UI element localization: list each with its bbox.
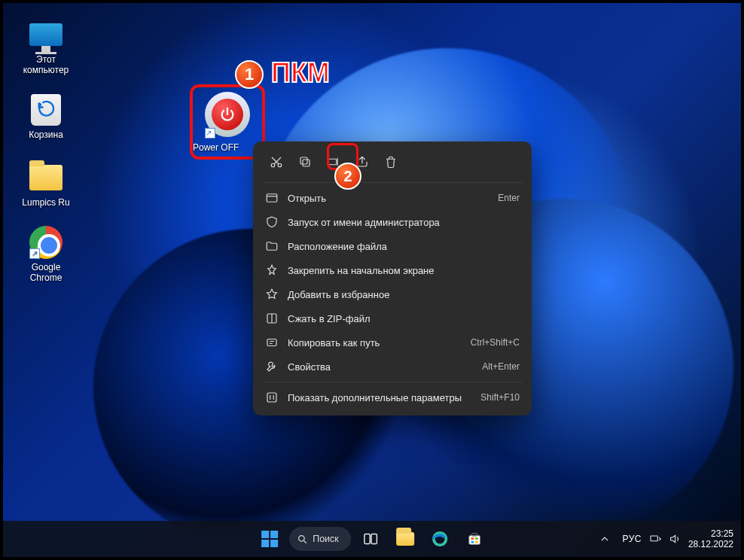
cut-button[interactable] bbox=[264, 151, 289, 173]
clock-date: 28.12.2022 bbox=[688, 539, 733, 549]
desktop-label: Power OFF bbox=[193, 142, 239, 153]
taskbar-app-edge[interactable] bbox=[425, 524, 455, 554]
svg-rect-11 bbox=[371, 534, 377, 544]
taskview-button[interactable] bbox=[355, 524, 386, 554]
svg-rect-18 bbox=[475, 541, 478, 543]
recycle-bin-icon bbox=[31, 94, 61, 126]
menu-label: Запуск от имени администратора bbox=[288, 217, 520, 228]
taskbar-app-explorer[interactable] bbox=[390, 524, 420, 554]
shortcut-arrow-icon: ↗ bbox=[205, 128, 215, 138]
taskbar-search[interactable]: Поиск bbox=[289, 527, 351, 551]
desktop-icon-chrome[interactable]: ↗ Google Chrome bbox=[15, 226, 77, 283]
taskbar-clock[interactable]: 23:25 28.12.2022 bbox=[688, 528, 733, 549]
menu-shortcut: Alt+Enter bbox=[482, 361, 520, 372]
menu-label: Закрепить на начальном экране bbox=[288, 265, 520, 276]
monitor-icon bbox=[29, 23, 63, 46]
menu-label: Сжать в ZIP-файл bbox=[288, 313, 520, 324]
svg-rect-19 bbox=[651, 536, 657, 541]
volume-icon[interactable] bbox=[669, 533, 681, 545]
clock-time: 23:25 bbox=[688, 528, 733, 539]
menu-label: Свойства bbox=[288, 361, 473, 373]
menu-item-favorite[interactable]: Добавить в избранное bbox=[258, 282, 527, 306]
menu-item-properties[interactable]: Свойства Alt+Enter bbox=[258, 355, 527, 379]
folder-icon bbox=[29, 165, 63, 190]
delete-button[interactable] bbox=[378, 151, 404, 173]
annotation-badge-2: 2 bbox=[334, 163, 361, 190]
network-icon[interactable] bbox=[649, 533, 661, 545]
menu-label: Расположение файла bbox=[288, 241, 520, 252]
zip-icon bbox=[265, 312, 279, 325]
svg-rect-15 bbox=[471, 537, 474, 540]
annotation-label-pkm: ПКМ bbox=[271, 57, 330, 89]
menu-shortcut: Enter bbox=[498, 193, 520, 203]
menu-label: Открыть bbox=[288, 193, 489, 204]
menu-shortcut: Shift+F10 bbox=[480, 392, 520, 403]
search-placeholder: Поиск bbox=[313, 534, 339, 544]
windows-logo-icon bbox=[261, 531, 278, 547]
svg-rect-13 bbox=[468, 535, 480, 544]
context-menu: Открыть Enter Запуск от имени администра… bbox=[253, 142, 532, 415]
desktop-label: Google Chrome bbox=[15, 262, 77, 283]
svg-rect-16 bbox=[475, 537, 478, 540]
desktop-label: Этот компьютер bbox=[15, 54, 77, 75]
svg-rect-10 bbox=[364, 534, 370, 544]
menu-label: Копировать как путь bbox=[288, 337, 462, 348]
menu-item-pin-start[interactable]: Закрепить на начальном экране bbox=[258, 258, 527, 282]
power-icon bbox=[212, 99, 243, 130]
tray-overflow-button[interactable] bbox=[595, 529, 614, 549]
context-menu-top-row bbox=[258, 148, 527, 179]
menu-item-zip[interactable]: Сжать в ZIP-файл bbox=[258, 306, 527, 330]
menu-item-file-location[interactable]: Расположение файла bbox=[258, 234, 527, 258]
pin-icon bbox=[265, 263, 279, 277]
wrench-icon bbox=[265, 360, 279, 373]
shortcut-arrow-icon: ↗ bbox=[29, 248, 40, 259]
open-icon bbox=[265, 191, 279, 205]
more-icon bbox=[265, 391, 279, 404]
shield-icon bbox=[265, 215, 279, 229]
copy-button[interactable] bbox=[292, 151, 318, 173]
desktop-icon-recycle-bin[interactable]: Корзина bbox=[15, 93, 77, 140]
svg-rect-2 bbox=[303, 160, 309, 166]
taskbar: Поиск РУС 23:25 28.12.2022 bbox=[3, 521, 741, 557]
chevron-up-icon bbox=[599, 533, 611, 545]
language-indicator[interactable]: РУС bbox=[622, 534, 642, 544]
menu-label: Показать дополнительные параметры bbox=[288, 392, 471, 403]
search-icon bbox=[297, 534, 308, 545]
menu-label: Добавить в избранное bbox=[288, 289, 520, 300]
taskbar-app-store[interactable] bbox=[459, 524, 489, 554]
store-icon bbox=[466, 531, 483, 547]
desktop-icon-this-pc[interactable]: Этот компьютер bbox=[15, 18, 77, 75]
edge-icon bbox=[431, 531, 448, 547]
annotation-badge-1: 1 bbox=[235, 60, 264, 89]
menu-item-copy-path[interactable]: Копировать как путь Ctrl+Shift+C bbox=[258, 330, 527, 355]
copy-path-icon bbox=[265, 336, 279, 349]
svg-rect-8 bbox=[267, 393, 276, 402]
star-icon bbox=[265, 288, 279, 301]
svg-rect-17 bbox=[471, 541, 474, 543]
menu-shortcut: Ctrl+Shift+C bbox=[471, 337, 520, 348]
svg-point-9 bbox=[299, 535, 305, 541]
start-button[interactable] bbox=[255, 524, 285, 554]
desktop-icon-folder[interactable]: Lumpics Ru bbox=[15, 161, 77, 208]
menu-item-open[interactable]: Открыть Enter bbox=[258, 186, 527, 210]
desktop-label: Корзина bbox=[15, 129, 77, 140]
desktop-label: Lumpics Ru bbox=[15, 197, 77, 208]
menu-item-run-as-admin[interactable]: Запуск от имени администратора bbox=[258, 210, 527, 234]
svg-rect-7 bbox=[267, 339, 276, 346]
svg-rect-5 bbox=[267, 194, 277, 202]
menu-item-show-more[interactable]: Показать дополнительные параметры Shift+… bbox=[258, 385, 527, 409]
file-explorer-icon bbox=[396, 532, 414, 546]
svg-rect-3 bbox=[300, 157, 307, 164]
folder-open-icon bbox=[265, 239, 279, 253]
